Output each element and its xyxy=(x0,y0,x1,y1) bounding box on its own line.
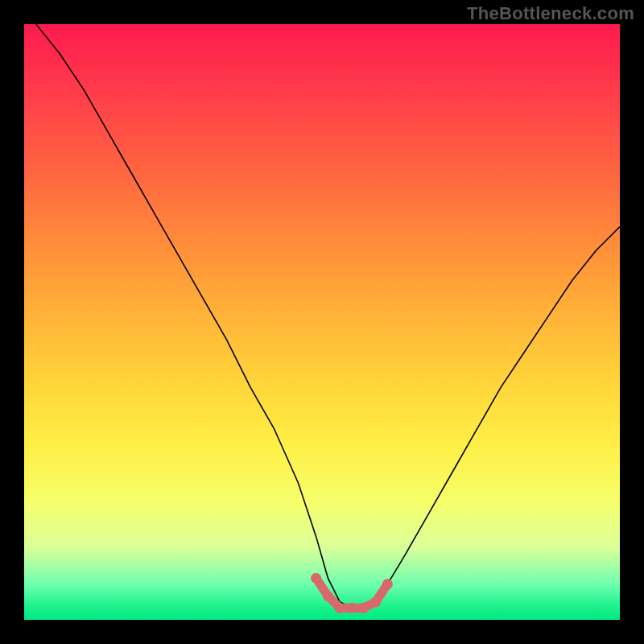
throat-dot xyxy=(335,603,345,613)
throat-dot xyxy=(382,579,393,589)
throat-dot xyxy=(370,597,381,607)
chart-frame: TheBottleneck.com xyxy=(0,0,644,644)
watermark-label: TheBottleneck.com xyxy=(467,3,634,24)
throat-dot xyxy=(358,603,369,613)
throat-dot xyxy=(323,591,333,601)
bottleneck-curve xyxy=(36,24,620,608)
throat-dot xyxy=(311,573,321,584)
plot-area xyxy=(24,24,620,620)
chart-svg xyxy=(24,24,620,620)
throat-dot xyxy=(347,603,357,613)
